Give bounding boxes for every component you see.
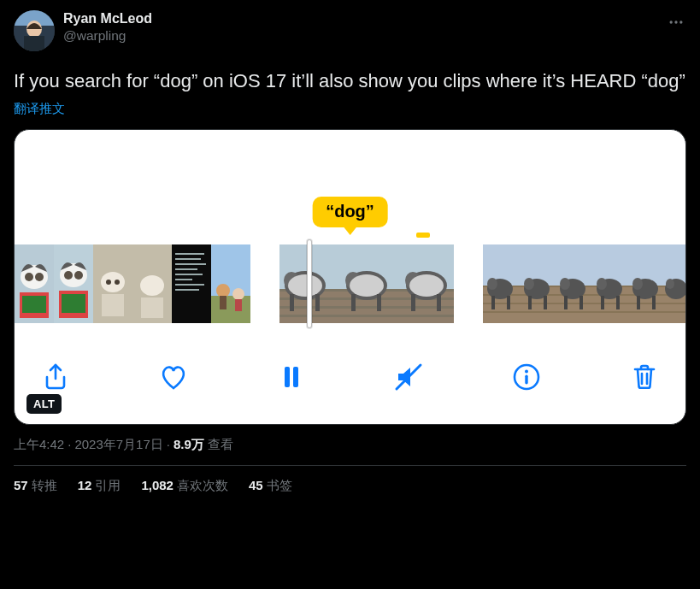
- caption-bubble: “dog”: [312, 197, 388, 227]
- thumbnail: [555, 244, 591, 323]
- clip-group-2: [279, 244, 454, 323]
- svg-point-132: [666, 279, 674, 289]
- svg-rect-130: [662, 311, 686, 313]
- more-button[interactable]: [668, 10, 686, 34]
- svg-rect-138: [525, 374, 527, 384]
- svg-rect-62: [351, 294, 356, 311]
- thumbnail: [591, 244, 626, 323]
- translate-link[interactable]: 翻译推文: [14, 101, 686, 117]
- user-block: Ryan McLeod @warpling: [63, 10, 152, 44]
- svg-rect-129: [662, 303, 686, 304]
- user-handle[interactable]: @warpling: [63, 27, 152, 44]
- like-button[interactable]: [158, 362, 189, 392]
- svg-point-102: [560, 278, 570, 290]
- thumbnail: [15, 244, 54, 323]
- svg-rect-124: [652, 296, 656, 309]
- media-card[interactable]: “dog”: [14, 129, 686, 425]
- thumbnail: [172, 244, 211, 323]
- trash-icon: [629, 362, 660, 392]
- svg-rect-134: [293, 367, 298, 387]
- svg-rect-89: [519, 303, 555, 304]
- svg-rect-110: [591, 311, 626, 313]
- thumbnail: [483, 244, 519, 323]
- tweet-time[interactable]: 上午4:42: [14, 437, 64, 453]
- views-count: 8.9万: [174, 437, 204, 453]
- bookmarks-count: 45: [249, 478, 263, 492]
- retweets-stat[interactable]: 57转推: [14, 478, 57, 494]
- info-button[interactable]: [511, 362, 542, 392]
- svg-point-72: [409, 274, 444, 297]
- views-label: 查看: [208, 437, 233, 453]
- clip-group-3: [483, 244, 686, 323]
- pause-button[interactable]: [276, 362, 307, 392]
- svg-rect-68: [396, 306, 454, 309]
- svg-rect-94: [544, 296, 547, 309]
- svg-rect-39: [220, 296, 226, 309]
- svg-rect-35: [175, 289, 199, 291]
- svg-rect-21: [102, 294, 124, 316]
- svg-rect-79: [483, 303, 519, 304]
- svg-rect-33: [175, 279, 192, 280]
- svg-rect-90: [519, 311, 555, 313]
- thumbnail: [338, 244, 396, 323]
- delete-button[interactable]: [629, 362, 660, 392]
- display-name[interactable]: Ryan McLeod: [63, 10, 152, 27]
- svg-point-82: [487, 278, 497, 290]
- svg-rect-120: [626, 311, 662, 313]
- separator: ·: [68, 437, 71, 451]
- svg-point-9: [25, 273, 33, 281]
- more-icon: [668, 14, 685, 31]
- tweet-text: If you search for “dog” on iOS 17 it’ll …: [14, 68, 686, 94]
- bookmarks-stat[interactable]: 45书签: [249, 478, 292, 494]
- alt-badge[interactable]: ALT: [26, 394, 62, 414]
- svg-point-15: [64, 271, 73, 280]
- svg-point-112: [597, 278, 607, 290]
- svg-rect-29: [175, 258, 201, 260]
- svg-rect-12: [22, 296, 46, 313]
- svg-rect-133: [285, 367, 290, 387]
- timeline-strip[interactable]: [15, 244, 685, 323]
- tweet-date[interactable]: 2023年7月17日: [74, 437, 162, 453]
- timeline-playhead[interactable]: [307, 239, 312, 328]
- svg-point-22: [106, 280, 111, 285]
- avatar[interactable]: [14, 10, 55, 51]
- retweets-label: 转推: [32, 478, 57, 492]
- svg-rect-104: [579, 296, 583, 309]
- retweets-count: 57: [14, 478, 28, 492]
- svg-rect-74: [437, 294, 441, 311]
- info-icon: [511, 362, 542, 392]
- svg-rect-73: [411, 294, 415, 311]
- quotes-stat[interactable]: 12引用: [78, 478, 121, 494]
- media-toolbar: [15, 354, 685, 400]
- svg-rect-37: [211, 296, 250, 323]
- clip-group-1: [15, 244, 250, 323]
- svg-rect-41: [235, 299, 242, 311]
- svg-point-5: [674, 21, 677, 23]
- pause-icon: [276, 362, 307, 392]
- svg-rect-83: [491, 296, 495, 309]
- svg-rect-51: [290, 294, 294, 311]
- share-button[interactable]: [40, 362, 71, 392]
- svg-rect-100: [555, 311, 591, 313]
- mute-button[interactable]: [393, 362, 424, 392]
- svg-rect-109: [591, 303, 626, 304]
- heart-icon: [158, 362, 189, 392]
- svg-rect-34: [175, 284, 204, 286]
- svg-rect-99: [555, 303, 591, 304]
- svg-point-61: [350, 274, 384, 297]
- divider: [14, 465, 686, 466]
- svg-point-6: [679, 21, 682, 23]
- thumbnail: [211, 244, 250, 323]
- svg-point-10: [35, 273, 44, 281]
- svg-point-4: [670, 21, 673, 23]
- thumbnail: [626, 244, 662, 323]
- tweet-stats: 57转推 12引用 1,082喜欢次数 45书签: [14, 478, 686, 494]
- thumbnail: [662, 244, 686, 323]
- svg-rect-93: [528, 296, 532, 309]
- svg-point-25: [140, 275, 164, 296]
- svg-rect-80: [483, 311, 519, 313]
- tweet-header: Ryan McLeod @warpling: [14, 10, 686, 51]
- bookmarks-label: 书签: [267, 478, 292, 492]
- svg-rect-69: [396, 315, 454, 317]
- likes-stat[interactable]: 1,082喜欢次数: [141, 478, 228, 494]
